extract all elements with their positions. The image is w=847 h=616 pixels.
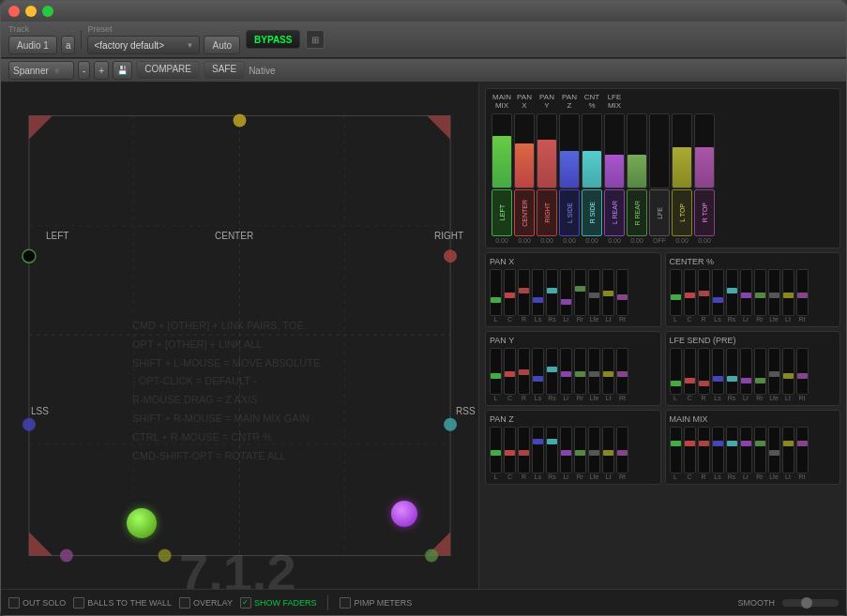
ch-ltop: L TOP 0.00 bbox=[672, 113, 692, 244]
pan-y-title: PAN Y bbox=[490, 336, 657, 345]
fader-thumb[interactable] bbox=[533, 297, 543, 303]
preset-select[interactable]: <factory default> ▼ bbox=[87, 36, 200, 54]
cnt-header: CNT % bbox=[582, 93, 602, 110]
fader-thumb[interactable] bbox=[575, 286, 585, 292]
lfe-send-faders: L C R Ls Rs Lr Rr Lfe Lt Rt bbox=[670, 348, 837, 401]
cb-overlay-box[interactable] bbox=[179, 597, 190, 608]
fader-col-lt: Lt bbox=[602, 269, 614, 323]
fader-track[interactable] bbox=[602, 269, 614, 316]
fader-thumb[interactable] bbox=[505, 293, 515, 298]
minimize-button[interactable] bbox=[25, 6, 37, 17]
ch-right: RIGHT 0.00 bbox=[537, 113, 557, 244]
rst-ball[interactable] bbox=[391, 501, 417, 527]
cb-balls-box[interactable] bbox=[73, 597, 84, 608]
fader-col-r: R bbox=[518, 269, 530, 323]
smooth-handle[interactable] bbox=[801, 597, 812, 608]
ch-rside: R SIDE 0.00 bbox=[582, 113, 602, 244]
fader-label-lfe: Lfe bbox=[590, 316, 599, 323]
preset-arrow: ▼ bbox=[187, 41, 194, 50]
pan-z-title: PAN Z bbox=[490, 414, 657, 424]
track-suffix-btn[interactable]: a bbox=[61, 36, 76, 54]
native-label: Native bbox=[249, 66, 275, 76]
svg-point-11 bbox=[23, 249, 36, 263]
ch-left-label: LEFT bbox=[499, 204, 506, 220]
center-label: CENTER bbox=[215, 231, 253, 241]
lst-ball[interactable] bbox=[127, 508, 157, 538]
checkbox-overlay[interactable]: OVERLAY bbox=[179, 597, 233, 608]
checkbox-pimp[interactable]: PIMP METERS bbox=[340, 597, 412, 608]
cb-out-solo-box[interactable] bbox=[8, 597, 20, 608]
svg-rect-0 bbox=[29, 115, 450, 555]
minus-btn[interactable]: - bbox=[78, 61, 90, 80]
checkbox-out-solo[interactable]: OUT SOLO bbox=[8, 597, 66, 608]
ch-lrear-label: L REAR bbox=[612, 201, 618, 224]
center-pct-faders: L C R bbox=[670, 269, 837, 323]
fader-label-rr: Rr bbox=[577, 316, 583, 323]
ch-lfe-label: LFE bbox=[657, 207, 663, 219]
ch-ltop-label: L TOP bbox=[679, 203, 686, 222]
ch-left-value: 0.00 bbox=[495, 237, 508, 244]
fader-thumb[interactable] bbox=[491, 297, 501, 303]
cb-pimp-box[interactable] bbox=[340, 597, 351, 608]
fader-track[interactable] bbox=[560, 269, 572, 316]
ch-right-value: 0.00 bbox=[540, 237, 553, 244]
cb-show-faders-box[interactable]: ✓ bbox=[240, 597, 251, 608]
pan-x-header: PAN X bbox=[514, 93, 535, 110]
checkbox-balls[interactable]: BALLS TO THE WALL bbox=[73, 597, 172, 608]
fader-thumb[interactable] bbox=[589, 293, 599, 298]
cb-out-solo-label: OUT SOLO bbox=[23, 598, 66, 608]
channel-meters: LEFT 0.00 CENTER bbox=[492, 113, 715, 244]
fader-track[interactable] bbox=[588, 269, 600, 316]
fader-track[interactable] bbox=[546, 269, 558, 316]
right-panel: MAIN MIX PAN X PAN Y PAN Z CNT % LFE MIX bbox=[479, 83, 846, 589]
track-name-btn[interactable]: Audio 1 bbox=[8, 36, 57, 54]
main-mix-faders: L C R Ls Rs Lr Rr Lfe Lt Rt bbox=[670, 427, 837, 480]
spanner-label: Spanner bbox=[13, 66, 49, 76]
fader-thumb[interactable] bbox=[561, 299, 571, 305]
ch-lfe-value: OFF bbox=[653, 237, 666, 244]
fader-col-rt: Rt bbox=[616, 269, 628, 323]
toolbar: Track Audio 1 a Preset <factory default>… bbox=[1, 22, 846, 58]
fader-thumb[interactable] bbox=[603, 291, 613, 296]
main-area: LEFT CENTER RIGHT LSS RSS LSR LFE RSR CM… bbox=[1, 83, 846, 589]
fader-thumb[interactable] bbox=[617, 294, 628, 300]
track-label: Track bbox=[8, 24, 75, 34]
status-divider bbox=[327, 595, 328, 610]
plus-btn[interactable]: + bbox=[94, 61, 109, 80]
bypass-btn[interactable]: BYPASS bbox=[246, 30, 300, 49]
fader-thumb[interactable] bbox=[519, 288, 529, 293]
settings-btn[interactable]: ⊞ bbox=[306, 30, 325, 49]
smooth-slider[interactable] bbox=[782, 599, 839, 607]
cp-fader-c: C bbox=[684, 269, 696, 323]
ch-lside-value: 0.00 bbox=[563, 237, 576, 244]
fader-track[interactable] bbox=[616, 269, 628, 316]
fader-track[interactable] bbox=[532, 269, 544, 316]
pan-z-header: PAN Z bbox=[559, 93, 580, 110]
spanner-select[interactable]: Spanner ▼ bbox=[8, 61, 74, 80]
checkbox-show-faders[interactable]: ✓ SHOW FADERS bbox=[240, 597, 317, 608]
panner-area[interactable]: LEFT CENTER RIGHT LSS RSS LSR LFE RSR CM… bbox=[1, 83, 479, 589]
main-mix-header: MAIN MIX bbox=[492, 93, 512, 110]
save-icon-btn[interactable]: 💾 bbox=[113, 61, 132, 80]
center-pct-title: CENTER % bbox=[670, 257, 837, 266]
ch-rrear-value: 0.00 bbox=[630, 237, 643, 244]
auto-btn[interactable]: Auto bbox=[204, 36, 240, 54]
fader-track[interactable] bbox=[518, 269, 530, 316]
fader-thumb[interactable] bbox=[547, 288, 557, 293]
fader-label-rt: Rt bbox=[619, 316, 626, 323]
fader-col-lfe: Lfe bbox=[588, 269, 600, 323]
close-button[interactable] bbox=[8, 6, 20, 17]
cb-balls-label: BALLS TO THE WALL bbox=[87, 598, 172, 608]
lfe-send-section: LFE SEND (PRE) L C R Ls Rs Lr Rr Lfe Lt … bbox=[665, 331, 841, 406]
maximize-button[interactable] bbox=[42, 6, 53, 17]
svg-marker-8 bbox=[427, 115, 450, 139]
safe-btn[interactable]: SAFE bbox=[204, 61, 245, 80]
ch-rtop-label: R TOP bbox=[702, 203, 708, 222]
fader-track[interactable] bbox=[490, 269, 502, 316]
fader-track[interactable] bbox=[574, 269, 586, 316]
cp-fader-rs: Rs bbox=[726, 269, 738, 323]
lfe-mix-header: LFE MIX bbox=[604, 93, 625, 110]
compare-btn[interactable]: COMPARE bbox=[136, 61, 200, 80]
fader-track[interactable] bbox=[504, 269, 516, 316]
spanner-arrow: ▼ bbox=[53, 66, 62, 76]
